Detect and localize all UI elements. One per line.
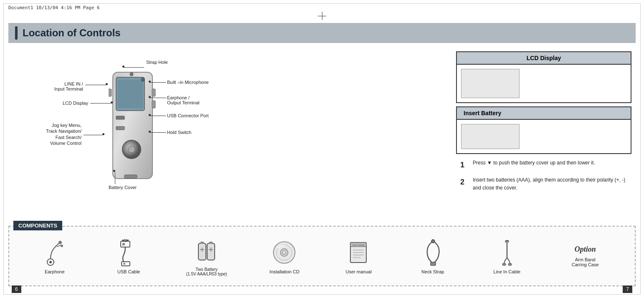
svg-point-10 [130, 73, 133, 76]
svg-point-12 [141, 78, 145, 81]
line-in-label: LINE IN / Input Terminal [54, 81, 83, 91]
usb-cable-icon [116, 238, 141, 268]
earphone-icon [42, 238, 67, 268]
svg-rect-3 [152, 89, 155, 96]
components-grid: Earphone [9, 227, 635, 285]
manual-label: User manual [345, 269, 371, 274]
cd-label: Installation CD [269, 269, 299, 274]
svg-rect-4 [152, 101, 155, 108]
earphone-output-label: Earphone / Output Terminal [167, 95, 199, 105]
right-panel: LCD Display Insert Battery 1 Press ▼ to … [456, 51, 631, 223]
jog-key-label: Jog key Menu, Track Navigation/ Fast Sea… [46, 122, 81, 146]
svg-rect-45 [431, 262, 436, 265]
svg-rect-2 [118, 80, 143, 108]
instruction-step-2: 2 Insert two batteries (AAA), align them… [460, 176, 631, 192]
registration-mark-top [318, 12, 326, 20]
hold-switch-label: Hold Switch [167, 130, 191, 135]
insert-battery-header: Insert Battery [457, 107, 631, 120]
battery-icon [194, 236, 219, 265]
earphone-label: Earphone [45, 269, 65, 274]
svg-rect-23 [127, 240, 129, 241]
svg-rect-7 [116, 126, 124, 130]
lcd-display-label-diagram: LCD Display [63, 101, 88, 106]
component-line-cable: Line In Cable [490, 238, 524, 274]
step-2-text: Insert two batteries (AAA), align them a… [473, 176, 631, 192]
svg-rect-18 [122, 243, 125, 245]
page-number-right: 7 [623, 285, 632, 293]
svg-rect-11 [124, 175, 137, 178]
svg-rect-27 [200, 242, 204, 244]
carring-case-label: Carring Case [572, 262, 599, 267]
components-label: COMPONENTS [13, 221, 62, 230]
battery-label: Two Battery (1.5V AAA/LR03 type) [186, 267, 227, 276]
svg-rect-24 [122, 262, 130, 266]
usb-connector-label: USB Connector Port [167, 113, 209, 118]
battery-cover-label: Battery Cover [109, 185, 137, 190]
svg-point-14 [49, 261, 52, 263]
svg-rect-31 [209, 242, 213, 244]
strap-hole-label: Strap Hole [146, 60, 168, 65]
main-content: Strap Hole LINE IN / Input Terminal LCD … [8, 43, 636, 290]
neck-strap-label: Neck Strap [421, 269, 444, 274]
svg-rect-17 [121, 241, 130, 247]
step-1-num: 1 [460, 159, 469, 171]
lcd-display-panel: LCD Display [456, 51, 631, 103]
svg-point-9 [128, 146, 135, 153]
page-title: Location of Controls [23, 27, 121, 39]
svg-rect-50 [508, 263, 512, 265]
line-cable-icon [494, 238, 520, 268]
component-cd: Installation CD [268, 238, 301, 274]
component-option: Option Arm Band Carring Case [564, 245, 606, 267]
components-section: COMPONENTS Earphone [8, 226, 636, 286]
battery-image [461, 124, 520, 149]
instruction-step-1: 1 Press ▼ to push the battery cover up a… [460, 159, 631, 171]
neck-strap-icon [420, 238, 445, 268]
battery-content [457, 120, 631, 153]
lcd-display-image [461, 69, 520, 98]
instructions: 1 Press ▼ to push the battery cover up a… [460, 159, 631, 192]
usb-cable-label: USB Cable [117, 269, 140, 274]
svg-rect-49 [502, 263, 506, 265]
svg-rect-48 [506, 240, 508, 241]
manual-icon: User manual [346, 238, 371, 268]
title-bar: Location of Controls [8, 23, 636, 43]
svg-rect-6 [116, 116, 124, 119]
component-earphone: Earphone [38, 238, 71, 274]
device-illustration [109, 68, 159, 185]
cd-icon [272, 238, 297, 268]
step-2-num: 2 [460, 176, 469, 188]
step-1-text: Press ▼ to push the battery cover up and… [473, 159, 595, 167]
lcd-display-header: LCD Display [457, 52, 631, 65]
arm-band-label: Arm Band [575, 257, 596, 262]
svg-point-46 [431, 240, 435, 243]
title-accent [15, 26, 18, 40]
page-number-left: 6 [12, 285, 21, 293]
component-manual: User manual User manual [342, 238, 375, 274]
component-usb-cable: USB Cable [112, 238, 145, 274]
line-cable-label: Line In Cable [493, 269, 520, 274]
option-heading: Option [575, 245, 596, 254]
svg-point-16 [61, 245, 63, 247]
svg-rect-5 [109, 89, 112, 96]
doc-header: Document1 10/13/04 4:16 PM Page 6 [8, 5, 100, 10]
built-in-mic-label: Built –in Microphone [167, 80, 209, 85]
svg-text:User manual: User manual [352, 244, 364, 246]
lcd-display-content [457, 65, 631, 102]
diagram-area: Strap Hole LINE IN / Input Terminal LCD … [13, 51, 280, 223]
component-neck-strap: Neck Strap [416, 238, 449, 274]
insert-battery-panel: Insert Battery [456, 106, 631, 154]
svg-rect-25 [123, 263, 125, 265]
svg-point-15 [58, 241, 62, 244]
svg-point-22 [122, 240, 124, 241]
svg-point-37 [283, 251, 286, 254]
component-battery: Two Battery (1.5V AAA/LR03 type) [186, 236, 227, 276]
